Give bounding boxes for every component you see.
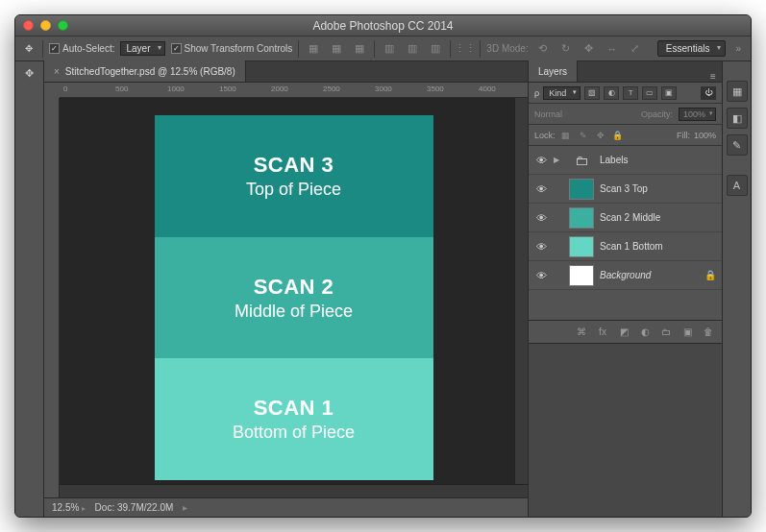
lock-position-icon[interactable]: ✥ <box>594 129 607 142</box>
auto-select-label: Auto-Select: <box>62 43 114 54</box>
artboard: SCAN 3 Top of Piece SCAN 2 Middle of Pie… <box>155 115 433 480</box>
dock-color-icon[interactable]: ◧ <box>727 108 748 129</box>
document-size[interactable]: Doc: 39.7M/22.0M <box>95 502 174 513</box>
align-middle-icon[interactable]: ▦ <box>328 40 345 58</box>
lock-all-icon[interactable]: 🔒 <box>611 129 625 142</box>
app-window: Adobe Photoshop CC 2014 ✥ ✓ Auto-Select:… <box>14 14 752 518</box>
scrollbar-vertical[interactable] <box>514 98 528 484</box>
3d-orbit-icon[interactable]: ⟲ <box>534 40 552 58</box>
lock-row: Lock: ▦ ✎ ✥ 🔒 Fill: 100% <box>529 125 722 146</box>
layers-tab[interactable]: Layers <box>529 60 578 82</box>
align-left-icon[interactable]: ▥ <box>381 40 398 58</box>
dock-history-icon[interactable]: ▦ <box>727 81 748 102</box>
lock-image-icon[interactable]: ✎ <box>577 129 590 142</box>
opacity-label: Opacity: <box>641 109 673 119</box>
new-layer-icon[interactable]: ▣ <box>680 324 695 339</box>
layer-row[interactable]: 👁 Scan 2 Middle <box>529 204 722 232</box>
layer-row[interactable]: 👁 Scan 3 Top <box>529 175 722 204</box>
show-transform-label: Show Transform Controls <box>185 43 293 54</box>
link-layers-icon[interactable]: ⌘ <box>574 324 589 339</box>
3d-slide-icon[interactable]: ↔ <box>604 40 621 58</box>
options-bar: ✥ ✓ Auto-Select: Layer ✓ Show Transform … <box>15 36 751 61</box>
collapsed-panel-dock: ▦ ◧ ✎ A <box>722 61 751 517</box>
new-group-icon[interactable]: 🗀 <box>658 324 674 339</box>
layer-fx-icon[interactable]: fx <box>595 324 610 339</box>
visibility-icon[interactable]: 👁 <box>534 270 548 281</box>
status-bar: 12.5% Doc: 39.7M/22.0M ▸ <box>44 497 528 517</box>
main-area: ✥ × StitchedTogether.psd @ 12.5% (RGB/8)… <box>15 61 751 517</box>
3d-pan-icon[interactable]: ✥ <box>581 40 598 58</box>
document-tab[interactable]: × StitchedTogether.psd @ 12.5% (RGB/8) <box>44 60 246 82</box>
right-panels: Layers ≡ ρ Kind ▧ ◐ T ▭ ▣ ⏻ Normal <box>528 61 751 517</box>
filter-type-icon[interactable]: T <box>623 86 638 100</box>
workspace-switcher[interactable]: Essentials <box>657 40 727 57</box>
canvas-slice-bottom: SCAN 1 Bottom of Piece <box>155 358 433 480</box>
visibility-icon[interactable]: 👁 <box>534 155 548 166</box>
status-menu-icon[interactable]: ▸ <box>183 502 187 513</box>
opacity-value[interactable]: 100% <box>679 108 716 121</box>
panel-menu-icon[interactable]: ≡ <box>704 71 722 82</box>
align-right-icon[interactable]: ▥ <box>427 40 444 58</box>
auto-select-target[interactable]: Layer <box>120 41 164 56</box>
lock-icon: 🔒 <box>704 270 716 280</box>
align-bottom-icon[interactable]: ▦ <box>351 40 368 58</box>
distribute-icon[interactable]: ⋮⋮ <box>457 40 474 58</box>
blend-mode-select[interactable]: Normal <box>534 109 604 119</box>
window-title: Adobe Photoshop CC 2014 <box>15 19 751 33</box>
expand-icon[interactable]: ▶ <box>554 156 563 164</box>
close-tab-icon[interactable]: × <box>54 66 60 77</box>
layer-thumbnail[interactable] <box>569 236 594 257</box>
layer-row-group[interactable]: 👁 ▶ 🗀 Labels <box>529 146 722 175</box>
adjustment-layer-icon[interactable]: ◐ <box>637 324 653 339</box>
document-tab-title: StitchedTogether.psd @ 12.5% (RGB/8) <box>65 66 235 77</box>
filter-adjust-icon[interactable]: ◐ <box>604 86 619 100</box>
filter-kind-select[interactable]: Kind <box>543 86 581 100</box>
move-tool-icon[interactable]: ✥ <box>21 41 37 57</box>
canvas[interactable]: SCAN 3 Top of Piece SCAN 2 Middle of Pie… <box>60 98 528 497</box>
layers-panel-footer: ⌘ fx ◩ ◐ 🗀 ▣ 🗑 <box>529 320 722 343</box>
canvas-slice-top: SCAN 3 Top of Piece <box>155 115 433 237</box>
scrollbar-horizontal[interactable] <box>60 484 528 497</box>
layer-row-background[interactable]: 👁 Background 🔒 <box>529 261 722 290</box>
show-transform-checkbox[interactable]: ✓ Show Transform Controls <box>171 43 293 54</box>
filter-toggle[interactable]: ⏻ <box>701 86 716 100</box>
folder-icon: 🗀 <box>569 150 594 171</box>
dock-character-icon[interactable]: A <box>727 175 748 196</box>
lock-transparency-icon[interactable]: ▦ <box>559 129 573 142</box>
tools-panel: ✥ <box>15 61 44 517</box>
document-tabs: × StitchedTogether.psd @ 12.5% (RGB/8) <box>44 61 528 83</box>
tool-move[interactable]: ✥ <box>18 63 41 83</box>
ruler-horizontal[interactable]: 0 500 1000 1500 2000 2500 3000 3500 4000… <box>60 83 528 98</box>
align-top-icon[interactable]: ▦ <box>305 40 322 58</box>
filter-smart-icon[interactable]: ▣ <box>661 86 677 100</box>
ruler-vertical[interactable] <box>44 98 60 497</box>
layer-filter-row: ρ Kind ▧ ◐ T ▭ ▣ ⏻ <box>529 83 722 104</box>
blend-row: Normal Opacity: 100% <box>529 104 722 125</box>
fill-value[interactable]: 100% <box>694 131 716 140</box>
layers-panel: Layers ≡ ρ Kind ▧ ◐ T ▭ ▣ ⏻ Normal <box>528 61 722 517</box>
align-center-icon[interactable]: ▥ <box>404 40 421 58</box>
layer-list: 👁 ▶ 🗀 Labels 👁 Scan 3 Top 👁 <box>529 146 722 320</box>
lock-label: Lock: <box>534 131 556 140</box>
visibility-icon[interactable]: 👁 <box>534 183 548 195</box>
delete-layer-icon[interactable]: 🗑 <box>701 324 716 339</box>
titlebar: Adobe Photoshop CC 2014 <box>15 15 751 36</box>
auto-select-checkbox[interactable]: ✓ Auto-Select: <box>49 43 114 54</box>
filter-shape-icon[interactable]: ▭ <box>642 86 657 100</box>
layer-mask-icon[interactable]: ◩ <box>616 324 631 339</box>
collapse-panels-icon[interactable]: » <box>731 43 745 54</box>
document-area: × StitchedTogether.psd @ 12.5% (RGB/8) 0… <box>44 61 528 517</box>
visibility-icon[interactable]: 👁 <box>534 241 548 253</box>
zoom-level[interactable]: 12.5% <box>52 502 86 513</box>
3d-roll-icon[interactable]: ↻ <box>557 40 575 58</box>
3d-scale-icon[interactable]: ⤢ <box>627 40 644 58</box>
layer-thumbnail[interactable] <box>569 265 594 286</box>
visibility-icon[interactable]: 👁 <box>534 212 548 224</box>
layer-thumbnail[interactable] <box>569 207 594 229</box>
fill-label: Fill: <box>677 131 690 140</box>
dock-swatches-icon[interactable]: ✎ <box>727 134 748 156</box>
layer-thumbnail[interactable] <box>569 179 594 200</box>
layer-row[interactable]: 👁 Scan 1 Bottom <box>529 232 722 261</box>
canvas-slice-middle: SCAN 2 Middle of Piece <box>155 237 433 359</box>
filter-pixel-icon[interactable]: ▧ <box>584 86 600 100</box>
